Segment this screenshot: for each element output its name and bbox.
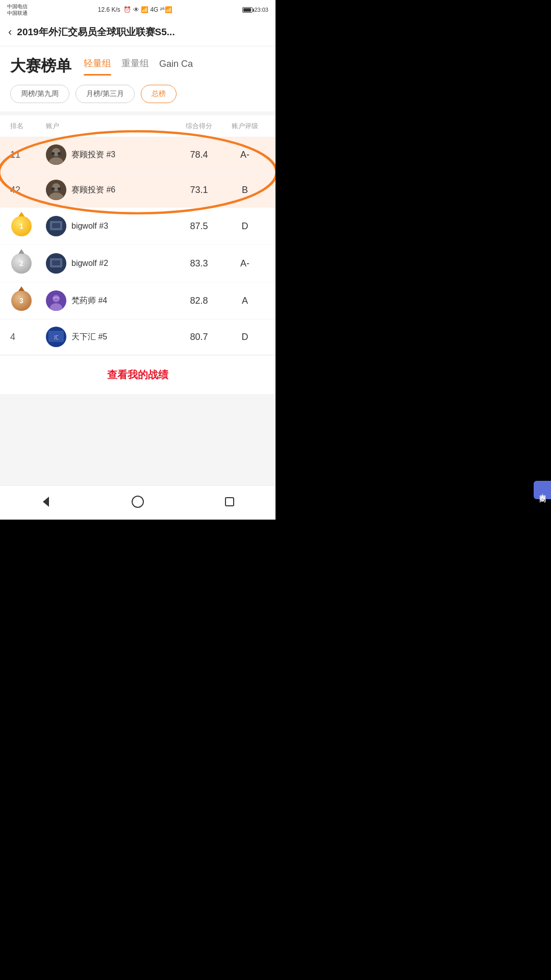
nav-recent-button[interactable] xyxy=(214,494,245,509)
main-content: 大赛榜单 轻量组 重量组 Gain Ca 周榜/第九周 月榜/第三月 总榜 排名… xyxy=(0,46,276,485)
col-rating-header: 账户评级 xyxy=(224,121,265,131)
table-row[interactable]: 2 bigwolf #2 83.3 A- xyxy=(0,245,276,282)
table-row[interactable]: 3 梵药师 #4 82.8 A xyxy=(0,282,276,320)
tab-lightweight[interactable]: 轻量组 xyxy=(84,57,111,76)
score-cell: 78.4 xyxy=(173,150,224,160)
svg-point-4 xyxy=(58,152,61,155)
nav-bar xyxy=(0,485,276,520)
avatar xyxy=(46,216,66,236)
account-cell: bigwolf #2 xyxy=(46,253,173,274)
gold-medal: 1 xyxy=(11,216,32,236)
bronze-medal: 3 xyxy=(11,290,32,311)
score-cell: 82.8 xyxy=(173,296,224,306)
silver-medal: 2 xyxy=(11,253,32,274)
rank-cell: 2 xyxy=(10,252,46,275)
account-name: 赛顾投资 #6 xyxy=(71,185,115,195)
table-row[interactable]: 11 赛顾投资 #3 78.4 A- xyxy=(0,137,276,173)
rank-cell: 42 xyxy=(10,185,46,195)
account-name: bigwolf #2 xyxy=(71,259,108,268)
rating-cell: A- xyxy=(224,150,265,160)
col-rank-header: 排名 xyxy=(10,121,46,131)
column-header: 排名 账户 综合得分 账户评级 xyxy=(0,115,276,137)
carrier1: 中国电信 xyxy=(7,3,28,10)
account-cell: 赛顾投资 #3 xyxy=(46,144,173,165)
table-row[interactable]: 4 汇 天下汇 #5 80.7 D xyxy=(0,320,276,355)
filter-weekly[interactable]: 周榜/第九周 xyxy=(10,85,69,103)
account-name: 天下汇 #5 xyxy=(71,332,107,342)
rank-number: 4 xyxy=(10,332,15,342)
account-cell: 梵药师 #4 xyxy=(46,290,173,311)
status-bar: 中国电信 中国联通 12.6 K/s ⏰ 👁 📶 4G ²⁶📶 23:03 xyxy=(0,0,276,18)
col-account-header: 账户 xyxy=(46,121,173,131)
rank-cell: 1 xyxy=(10,215,46,237)
rank-number: 42 xyxy=(10,185,20,195)
svg-text:汇: 汇 xyxy=(54,335,59,340)
svg-point-8 xyxy=(52,187,55,190)
svg-rect-13 xyxy=(52,223,60,228)
status-center: 12.6 K/s ⏰ 👁 📶 4G ²⁶📶 xyxy=(98,6,172,13)
rating-cell: D xyxy=(224,221,265,232)
svg-point-24 xyxy=(132,496,143,507)
carrier2: 中国联通 xyxy=(7,10,28,16)
leaderboard-section: 排名 账户 综合得分 账户评级 11 xyxy=(0,115,276,355)
network-speed: 12.6 K/s xyxy=(98,6,120,13)
page-title: 2019年外汇交易员全球职业联赛S5... xyxy=(17,26,174,39)
svg-marker-23 xyxy=(43,497,49,507)
section-title-row: 大赛榜单 轻量组 重量组 Gain Ca xyxy=(10,56,265,77)
svg-point-9 xyxy=(58,187,61,190)
highlighted-rows-wrapper: 11 赛顾投资 #3 78.4 A- xyxy=(0,137,276,208)
page-header: ‹ 2019年外汇交易员全球职业联赛S5... xyxy=(0,18,276,46)
col-score-header: 综合得分 xyxy=(173,121,224,131)
account-name: bigwolf #3 xyxy=(71,222,108,231)
filter-row: 周榜/第九周 月榜/第三月 总榜 xyxy=(0,77,276,111)
score-cell: 73.1 xyxy=(173,185,224,195)
account-cell: bigwolf #3 xyxy=(46,216,173,236)
avatar xyxy=(46,180,66,200)
avatar xyxy=(46,290,66,311)
rating-cell: A- xyxy=(224,258,265,269)
rank-medal-1: 1 xyxy=(10,215,33,237)
svg-rect-25 xyxy=(226,498,234,506)
rank-medal-2: 2 xyxy=(10,252,33,275)
account-name: 赛顾投资 #3 xyxy=(71,150,115,160)
carrier-info: 中国电信 中国联通 xyxy=(7,3,28,16)
rating-cell: B xyxy=(224,185,265,195)
tab-gain-ca[interactable]: Gain Ca xyxy=(159,59,193,76)
nav-home-button[interactable] xyxy=(122,494,153,509)
rank-medal-3: 3 xyxy=(10,289,33,312)
bottom-action: 查看我的战绩 xyxy=(0,356,276,394)
rating-cell: D xyxy=(224,332,265,342)
table-row[interactable]: 1 bigwolf #3 87.5 D xyxy=(0,208,276,245)
back-button[interactable]: ‹ xyxy=(8,26,12,39)
filter-monthly[interactable]: 月榜/第三月 xyxy=(76,85,135,103)
score-cell: 83.3 xyxy=(173,258,224,269)
status-right: 23:03 xyxy=(242,7,268,13)
account-name: 梵药师 #4 xyxy=(71,296,107,306)
svg-rect-16 xyxy=(52,260,60,265)
rating-cell: A xyxy=(224,296,265,306)
rank-cell: 11 xyxy=(10,150,46,160)
tab-heavyweight[interactable]: 重量组 xyxy=(121,57,149,76)
avatar xyxy=(46,253,66,274)
account-cell: 汇 天下汇 #5 xyxy=(46,327,173,347)
rank-number: 11 xyxy=(10,150,20,160)
score-cell: 80.7 xyxy=(173,332,224,342)
table-row[interactable]: 42 赛顾投资 #6 73.1 B xyxy=(0,173,276,208)
filter-total[interactable]: 总榜 xyxy=(141,85,177,103)
svg-point-3 xyxy=(52,152,55,155)
view-my-performance-button[interactable]: 查看我的战绩 xyxy=(107,369,168,380)
tab-group: 轻量组 重量组 Gain Ca xyxy=(84,57,193,76)
avatar xyxy=(46,144,66,165)
section-header: 大赛榜单 轻量组 重量组 Gain Ca xyxy=(0,46,276,77)
time: 23:03 xyxy=(254,7,268,13)
battery-icon xyxy=(242,7,253,13)
score-cell: 87.5 xyxy=(173,221,224,232)
account-cell: 赛顾投资 #6 xyxy=(46,180,173,200)
avatar: 汇 xyxy=(46,327,66,347)
section-title: 大赛榜单 xyxy=(10,56,71,77)
nav-back-button[interactable] xyxy=(31,494,61,509)
rank-cell: 4 xyxy=(10,332,46,342)
rank-cell: 3 xyxy=(10,289,46,312)
